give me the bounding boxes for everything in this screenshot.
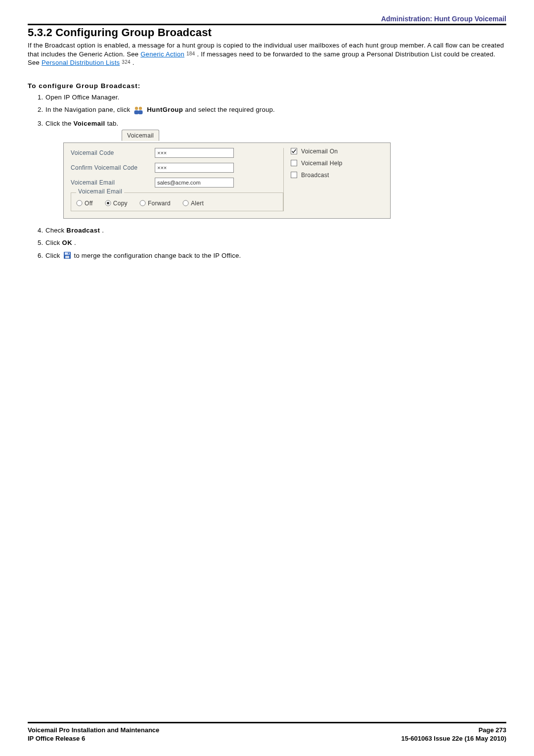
ref-personal-distribution-lists: 324 xyxy=(122,59,131,65)
link-personal-distribution-lists[interactable]: Personal Distribution Lists xyxy=(42,59,120,66)
link-generic-action[interactable]: Generic Action xyxy=(140,50,184,58)
svg-point-8 xyxy=(183,200,188,206)
svg-point-0 xyxy=(135,106,138,109)
save-icon xyxy=(63,251,71,259)
svg-rect-3 xyxy=(138,110,143,114)
tab-voicemail[interactable]: Voicemail xyxy=(122,130,159,141)
radio-icon xyxy=(182,200,189,206)
radio-off-label: Off xyxy=(85,200,93,207)
label-voicemail-help: Voicemail Help xyxy=(301,160,343,167)
page-header-breadcrumb: Administration: Hunt Group Voicemail xyxy=(28,15,506,23)
footer-doc-id: 15-601063 Issue 22e (16 May 2010) xyxy=(401,735,507,743)
step-4: 4.Check Broadcast . xyxy=(45,227,506,234)
procedure-heading: To configure Group Broadcast: xyxy=(28,82,506,90)
step-2-text-a: In the Navigation pane, click xyxy=(45,106,132,113)
radio-forward-label: Forward xyxy=(148,200,171,207)
step-4-broadcast-label: Broadcast xyxy=(66,227,100,234)
checkbox-voicemail-on[interactable] xyxy=(291,148,297,154)
footer-rule xyxy=(28,722,506,723)
label-voicemail-on: Voicemail On xyxy=(301,148,338,155)
input-confirm-voicemail-code[interactable] xyxy=(155,163,234,173)
label-confirm-voicemail-code: Confirm Voicemail Code xyxy=(71,164,155,171)
label-voicemail-code: Voicemail Code xyxy=(71,149,155,156)
checkbox-broadcast[interactable] xyxy=(291,172,297,178)
step-3: 3.Click the Voicemail tab. Voicemail Voi… xyxy=(45,120,506,219)
radio-icon xyxy=(139,200,146,206)
label-broadcast: Broadcast xyxy=(301,172,329,179)
step-5: 5.Click OK . xyxy=(45,239,506,246)
svg-point-1 xyxy=(139,106,142,109)
intro-text-c: . xyxy=(133,59,134,66)
checkbox-voicemail-help[interactable] xyxy=(291,160,297,166)
step-3-text-c: tab. xyxy=(107,120,119,127)
radio-option-off[interactable]: Off xyxy=(76,200,93,207)
step-6-text-b: to merge the configuration change back t… xyxy=(74,252,241,259)
radio-option-alert[interactable]: Alert xyxy=(182,200,204,207)
step-4-text-c: . xyxy=(102,227,104,234)
intro-paragraph: If the Broadcast option is enabled, a me… xyxy=(28,41,506,67)
footer-release: IP Office Release 6 xyxy=(28,735,159,743)
page-footer: Voicemail Pro Installation and Maintenan… xyxy=(28,722,506,743)
step-5-ok-label: OK xyxy=(62,239,73,246)
radio-option-forward[interactable]: Forward xyxy=(139,200,171,207)
step-6-text-a: Click xyxy=(45,252,62,259)
ref-generic-action: 184 xyxy=(186,51,195,56)
legend-voicemail-email: Voicemail Email xyxy=(76,188,124,195)
radio-alert-label: Alert xyxy=(191,200,204,207)
step-3-text-a: Click the xyxy=(45,120,73,127)
steps-list: 1.Open IP Office Manager. 2.In the Navig… xyxy=(28,94,506,259)
section-title: Configuring Group Broadcast xyxy=(55,26,212,39)
huntgroup-icon xyxy=(134,106,143,115)
label-voicemail-email: Voicemail Email xyxy=(71,179,155,186)
fieldset-voicemail-email: Voicemail Email Off xyxy=(71,192,283,211)
step-5-text-a: Click xyxy=(45,239,62,246)
section-heading: 5.3.2 Configuring Group Broadcast xyxy=(28,26,506,39)
radio-icon-selected xyxy=(105,200,111,206)
step-4-text-a: Check xyxy=(45,227,66,234)
svg-rect-11 xyxy=(291,172,297,178)
section-number: 5.3.2 xyxy=(28,26,52,39)
footer-doc-title: Voicemail Pro Installation and Maintenan… xyxy=(28,726,159,735)
svg-rect-10 xyxy=(291,160,297,166)
svg-rect-14 xyxy=(65,256,69,258)
header-rule xyxy=(28,24,506,25)
step-2-text-c: and select the required group. xyxy=(185,106,275,113)
svg-point-7 xyxy=(140,200,145,206)
input-voicemail-email[interactable] xyxy=(155,178,234,188)
radio-option-copy[interactable]: Copy xyxy=(105,200,128,207)
svg-rect-2 xyxy=(134,110,139,114)
svg-rect-15 xyxy=(68,252,69,254)
svg-point-6 xyxy=(107,202,109,204)
svg-point-4 xyxy=(77,200,82,206)
step-3-voicemail-label: Voicemail xyxy=(73,120,105,127)
step-1-text: Open IP Office Manager. xyxy=(45,94,120,101)
radio-copy-label: Copy xyxy=(113,200,128,207)
step-2: 2.In the Navigation pane, click HuntGrou… xyxy=(45,106,506,115)
step-1: 1.Open IP Office Manager. xyxy=(45,94,506,101)
step-2-huntgroup-label: HuntGroup xyxy=(147,106,183,113)
step-5-text-c: . xyxy=(74,239,76,246)
step-6: 6.Click to merge the configuration chang… xyxy=(45,251,506,259)
input-voicemail-code[interactable] xyxy=(155,148,234,158)
voicemail-panel: Voicemail Code Confirm Voicemail Code Vo… xyxy=(63,142,391,219)
radio-icon xyxy=(76,200,83,206)
footer-page-number: Page 273 xyxy=(401,726,507,735)
